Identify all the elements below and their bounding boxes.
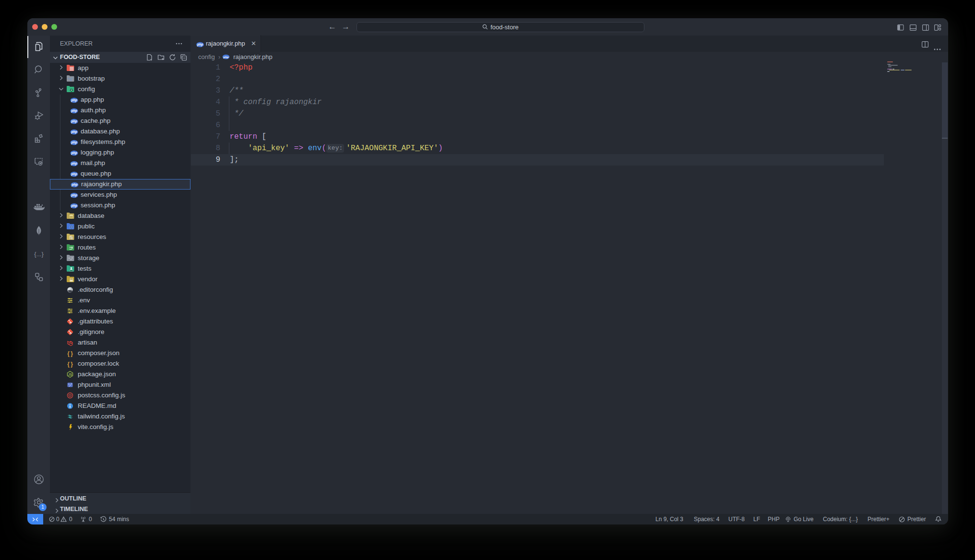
svg-text:php: php <box>71 109 77 113</box>
svg-text:php: php <box>71 204 77 208</box>
svg-text:php: php <box>71 151 77 155</box>
svg-text:JS: JS <box>68 373 72 376</box>
svg-text:php: php <box>71 119 77 123</box>
svg-text:php: php <box>71 141 77 144</box>
svg-text:{ }: { } <box>67 361 73 368</box>
svg-text:php: php <box>71 172 77 176</box>
svg-text:php: php <box>71 183 78 187</box>
svg-text:php: php <box>197 43 203 47</box>
svg-text:php: php <box>71 130 77 134</box>
svg-text:php: php <box>71 162 77 166</box>
svg-text:php: php <box>223 56 228 59</box>
svg-text:php: php <box>71 193 77 197</box>
svg-text:{ }: { } <box>67 350 73 357</box>
svg-text:{...}: {...} <box>34 250 44 258</box>
svg-text:php: php <box>71 98 77 102</box>
